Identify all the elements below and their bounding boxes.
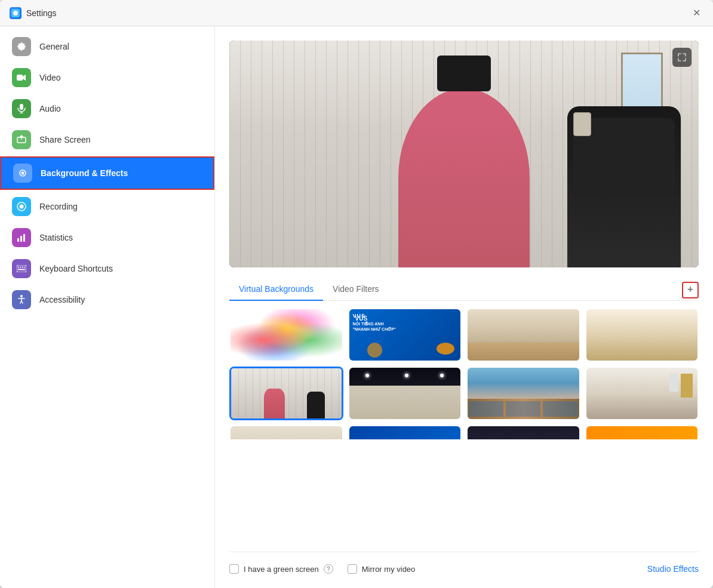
background-thumb-10[interactable] [348,425,462,439]
svg-point-10 [20,205,24,209]
background-thumb-1[interactable] [229,308,343,362]
background-thumb-9[interactable] [229,425,343,439]
sidebar-label-recording: Recording [39,202,78,211]
sidebar-item-share-screen[interactable]: Share Screen [0,124,214,155]
sidebar-item-keyboard-shortcuts[interactable]: Keyboard Shortcuts [0,253,214,284]
keyboard-icon [12,259,31,278]
mirror-video-label: Mirror my video [362,565,416,574]
add-background-button[interactable]: + [682,282,699,298]
sidebar-label-general: General [39,42,69,51]
sidebar-label-background-effects: Background & Effects [41,168,128,178]
expand-button[interactable] [672,48,692,67]
background-thumb-7[interactable] [466,367,580,420]
app-icon [10,7,21,19]
video-preview [229,41,699,267]
help-icon[interactable]: ? [324,564,333,574]
mirror-video-checkbox[interactable] [348,564,357,574]
backgrounds-section: Virtual Backgrounds Video Filters + [229,279,699,439]
background-thumb-2[interactable]: VUS NÓI TIẾNG ANH "NHANH NHƯ CHỚP" [348,308,462,362]
background-2: VUS NÓI TIẾNG ANH "NHANH NHƯ CHỚP" [349,309,461,361]
background-thumb-11[interactable] [466,425,580,439]
svg-point-8 [21,172,24,175]
green-screen-label: I have a green screen [244,565,319,574]
svg-rect-16 [20,267,21,268]
close-button[interactable]: ✕ [689,6,703,20]
sidebar: General Video [0,26,215,588]
background-effects-icon [13,164,32,183]
svg-rect-19 [18,269,25,270]
mirror-video-group: Mirror my video [348,564,416,574]
background-thumb-5[interactable] [229,367,343,420]
background-10 [349,426,461,439]
content-area: Virtual Backgrounds Video Filters + [215,26,713,588]
background-7 [468,368,579,419]
background-11 [468,426,579,439]
svg-rect-2 [17,75,23,81]
background-3 [468,309,579,361]
background-6 [349,368,461,419]
sidebar-label-keyboard-shortcuts: Keyboard Shortcuts [39,264,113,273]
background-1 [231,309,342,361]
background-thumb-4[interactable] [585,308,699,362]
background-5 [231,368,342,418]
svg-rect-12 [20,236,22,242]
window-title: Settings [26,8,689,18]
svg-point-1 [13,11,18,16]
person-figure [398,88,530,267]
tab-video-filters[interactable]: Video Filters [323,279,389,301]
svg-rect-18 [24,267,26,268]
statistics-icon [12,228,31,247]
background-4 [586,309,698,361]
sidebar-item-video[interactable]: Video [0,62,214,93]
title-bar: Settings ✕ [0,0,713,26]
tabs-header: Virtual Backgrounds Video Filters + [229,279,699,301]
sidebar-item-statistics[interactable]: Statistics [0,222,214,253]
sidebar-label-share-screen: Share Screen [39,135,91,144]
green-screen-checkbox[interactable] [229,564,239,574]
bottom-options: I have a green screen ? Mirror my video … [229,552,699,574]
sidebar-item-audio[interactable]: Audio [0,93,214,124]
sidebar-label-audio: Audio [39,104,61,113]
share-screen-icon [12,130,31,149]
background-12 [586,426,698,439]
svg-rect-11 [17,238,19,242]
backgrounds-grid: VUS NÓI TIẾNG ANH "NHANH NHƯ CHỚP" [229,308,699,439]
background-9 [231,426,342,439]
sidebar-item-accessibility[interactable]: Accessibility [0,284,214,315]
svg-rect-17 [22,267,23,268]
gear-icon [12,37,31,56]
svg-rect-15 [18,267,19,268]
recording-icon [12,197,31,216]
svg-rect-13 [23,234,25,242]
main-content: General Video [0,26,713,588]
background-thumb-12[interactable] [585,425,699,439]
background-thumb-3[interactable] [466,308,580,362]
preview-scene [229,41,699,267]
background-thumb-6[interactable] [348,367,462,420]
plus-icon: + [687,284,694,296]
sidebar-label-video: Video [39,73,61,82]
studio-effects-link[interactable]: Studio Effects [647,564,699,574]
close-icon: ✕ [693,7,700,19]
background-thumb-8[interactable] [585,367,699,420]
background-8 [586,368,698,419]
green-screen-group: I have a green screen ? [229,564,333,574]
audio-icon [12,99,31,118]
settings-window: Settings ✕ General [0,0,713,588]
sidebar-item-general[interactable]: General [0,31,214,62]
wall-device [573,112,591,136]
sidebar-label-accessibility: Accessibility [39,295,85,304]
video-icon [12,68,31,87]
head-object [437,56,491,91]
svg-rect-3 [20,104,23,110]
sidebar-label-statistics: Statistics [39,233,73,242]
sidebar-item-recording[interactable]: Recording [0,191,214,222]
svg-point-20 [20,295,23,297]
svg-rect-14 [17,265,26,272]
sidebar-item-background-effects[interactable]: Background & Effects [0,156,214,190]
accessibility-icon [12,290,31,309]
tab-virtual-backgrounds[interactable]: Virtual Backgrounds [229,279,323,301]
